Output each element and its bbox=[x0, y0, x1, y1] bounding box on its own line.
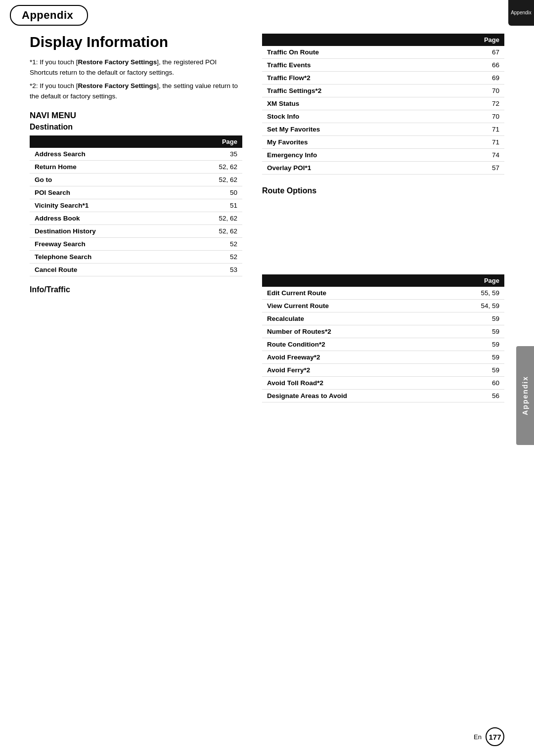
row-page: 69 bbox=[436, 72, 504, 85]
row-page: 74 bbox=[436, 149, 504, 162]
intro-note2: *2: If you touch [Restore Factory Settin… bbox=[30, 81, 242, 102]
table-row: Stock Info70 bbox=[262, 110, 504, 123]
row-label: Telephone Search bbox=[30, 250, 181, 263]
table-row: Telephone Search52 bbox=[30, 250, 242, 263]
row-label: Number of Routes*2 bbox=[262, 325, 446, 338]
row-page: 59 bbox=[446, 351, 504, 364]
table-row: View Current Route54, 59 bbox=[262, 300, 504, 312]
table-row: Traffic Events66 bbox=[262, 59, 504, 72]
row-page: 70 bbox=[436, 85, 504, 97]
intro-notes: *1: If you touch [Restore Factory Settin… bbox=[30, 57, 242, 102]
row-label: Freeway Search bbox=[30, 237, 181, 250]
table-row: Traffic Flow*269 bbox=[262, 72, 504, 85]
table-row: My Favorites71 bbox=[262, 136, 504, 149]
navi-menu-heading: NAVI MENU bbox=[30, 111, 242, 121]
row-label: Cancel Route bbox=[30, 263, 181, 276]
main-content: Display Information *1: If you touch [Re… bbox=[0, 29, 534, 431]
row-page: 70 bbox=[436, 110, 504, 123]
table-row: Overlay POI*157 bbox=[262, 162, 504, 175]
row-page: 52, 62 bbox=[181, 173, 242, 186]
row-page: 51 bbox=[181, 199, 242, 212]
destination-col-page: Page bbox=[181, 135, 242, 148]
route-options-table: Page Edit Current Route55, 59View Curren… bbox=[262, 274, 504, 402]
table-row: Edit Current Route55, 59 bbox=[262, 287, 504, 300]
row-page: 52, 62 bbox=[181, 224, 242, 237]
table-row: Vicinity Search*151 bbox=[30, 199, 242, 212]
row-page: 54, 59 bbox=[446, 300, 504, 312]
row-label: XM Status bbox=[262, 97, 436, 110]
row-page: 55, 59 bbox=[446, 287, 504, 300]
table-row: Address Search35 bbox=[30, 148, 242, 161]
side-appendix-bar: Appendix bbox=[516, 346, 534, 445]
table-row: Address Book52, 62 bbox=[30, 212, 242, 224]
table-row: Avoid Freeway*259 bbox=[262, 351, 504, 364]
route-options-heading: Route Options bbox=[262, 186, 504, 195]
row-page: 52 bbox=[181, 237, 242, 250]
row-label: Route Condition*2 bbox=[262, 338, 446, 351]
appendix-tab-text: Appendix bbox=[511, 10, 532, 16]
row-page: 52, 62 bbox=[181, 212, 242, 224]
row-label: Emergency Info bbox=[262, 149, 436, 162]
row-page: 52, 62 bbox=[181, 160, 242, 173]
row-label: Traffic Events bbox=[262, 59, 436, 72]
row-label: Go to bbox=[30, 173, 181, 186]
row-label: Return Home bbox=[30, 160, 181, 173]
row-page: 59 bbox=[446, 312, 504, 325]
table-row: Set My Favorites71 bbox=[262, 123, 504, 136]
row-label: Address Search bbox=[30, 148, 181, 161]
right-column: Page Traffic On Route67Traffic Events66T… bbox=[262, 34, 504, 411]
table-row: Go to52, 62 bbox=[30, 173, 242, 186]
table-row: POI Search50 bbox=[30, 186, 242, 199]
row-page: 59 bbox=[446, 364, 504, 377]
row-label: Avoid Ferry*2 bbox=[262, 364, 446, 377]
footer: En 177 bbox=[0, 727, 534, 746]
row-page: 59 bbox=[446, 325, 504, 338]
table-row: Number of Routes*259 bbox=[262, 325, 504, 338]
row-page: 71 bbox=[436, 136, 504, 149]
appendix-pill-text: Appendix bbox=[22, 9, 73, 21]
row-label: Stock Info bbox=[262, 110, 436, 123]
row-label: Designate Areas to Avoid bbox=[262, 390, 446, 402]
table-row: Recalculate59 bbox=[262, 312, 504, 325]
row-page: 60 bbox=[446, 377, 504, 390]
info-traffic-col-label bbox=[262, 34, 436, 46]
row-label: Recalculate bbox=[262, 312, 446, 325]
table-row: Avoid Toll Road*260 bbox=[262, 377, 504, 390]
row-page: 71 bbox=[436, 123, 504, 136]
row-label: Overlay POI*1 bbox=[262, 162, 436, 175]
row-label: Avoid Freeway*2 bbox=[262, 351, 446, 364]
table-row: Cancel Route53 bbox=[30, 263, 242, 276]
row-page: 50 bbox=[181, 186, 242, 199]
table-row: Route Condition*259 bbox=[262, 338, 504, 351]
page-title: Display Information bbox=[30, 34, 242, 50]
side-appendix-label: Appendix bbox=[521, 376, 529, 415]
appendix-tab: Appendix bbox=[508, 0, 534, 26]
row-page: 53 bbox=[181, 263, 242, 276]
table-row: Traffic On Route67 bbox=[262, 46, 504, 59]
row-page: 57 bbox=[436, 162, 504, 175]
row-page: 72 bbox=[436, 97, 504, 110]
row-page: 35 bbox=[181, 148, 242, 161]
row-label: View Current Route bbox=[262, 300, 446, 312]
row-page: 52 bbox=[181, 250, 242, 263]
row-page: 67 bbox=[436, 46, 504, 59]
row-label: Traffic Flow*2 bbox=[262, 72, 436, 85]
appendix-pill: Appendix bbox=[10, 5, 88, 26]
row-label: POI Search bbox=[30, 186, 181, 199]
right-tables: Page Traffic On Route67Traffic Events66T… bbox=[262, 34, 504, 402]
footer-page-number: 177 bbox=[486, 727, 504, 746]
destination-heading: Destination bbox=[30, 123, 242, 132]
table-row: Designate Areas to Avoid56 bbox=[262, 390, 504, 402]
intro-note1: *1: If you touch [Restore Factory Settin… bbox=[30, 57, 242, 78]
route-options-col-page: Page bbox=[446, 274, 504, 287]
info-traffic-table: Page Traffic On Route67Traffic Events66T… bbox=[262, 34, 504, 175]
row-label: Vicinity Search*1 bbox=[30, 199, 181, 212]
info-traffic-heading: Info/Traffic bbox=[30, 285, 242, 294]
info-traffic-col-page: Page bbox=[436, 34, 504, 46]
table-row: Destination History52, 62 bbox=[30, 224, 242, 237]
row-label: Avoid Toll Road*2 bbox=[262, 377, 446, 390]
row-label: Traffic Settings*2 bbox=[262, 85, 436, 97]
table-row: Freeway Search52 bbox=[30, 237, 242, 250]
destination-table: Page Address Search35Return Home52, 62Go… bbox=[30, 135, 242, 276]
row-label: Edit Current Route bbox=[262, 287, 446, 300]
